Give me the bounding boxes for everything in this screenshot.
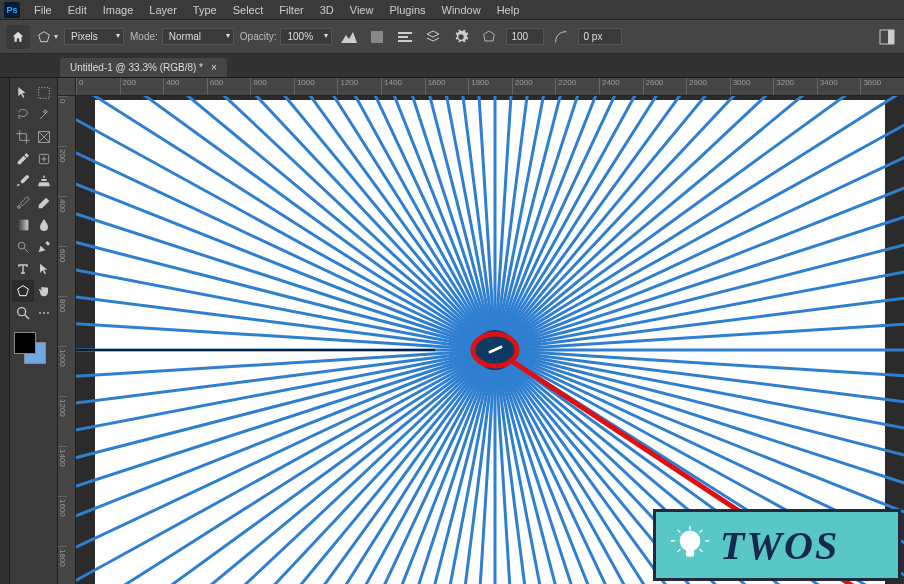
mode-label: Mode: <box>130 31 158 42</box>
spot-heal-tool[interactable] <box>34 148 56 170</box>
svg-rect-2 <box>398 36 408 38</box>
svg-line-23 <box>25 315 29 319</box>
marquee-tool[interactable] <box>34 82 56 104</box>
shape-preset-dropdown[interactable]: ▾ <box>36 26 58 48</box>
menu-help[interactable]: Help <box>489 2 528 18</box>
ruler-tick: 800 <box>58 296 67 346</box>
blur-tool[interactable] <box>34 214 56 236</box>
ruler-tick: 1600 <box>425 78 469 95</box>
align-icon <box>397 30 413 44</box>
ruler-tick: 2800 <box>686 78 730 95</box>
gear-icon[interactable] <box>450 26 472 48</box>
ruler-tick: 1200 <box>337 78 381 95</box>
svg-line-82 <box>76 96 495 350</box>
path-selection-tool[interactable] <box>34 258 56 280</box>
crop-tool[interactable] <box>12 126 34 148</box>
edit-toolbar-button[interactable]: ⋯ <box>34 302 56 324</box>
svg-line-81 <box>76 96 495 350</box>
menu-edit[interactable]: Edit <box>60 2 95 18</box>
document-tab[interactable]: Untitled-1 @ 33.3% (RGB/8) * × <box>60 58 227 77</box>
dodge-tool[interactable] <box>12 236 34 258</box>
menu-filter[interactable]: Filter <box>271 2 311 18</box>
document-tab-title: Untitled-1 @ 33.3% (RGB/8) * <box>70 62 203 73</box>
zoom-tool[interactable] <box>12 302 34 324</box>
svg-line-135 <box>678 549 681 552</box>
path-options-icon[interactable] <box>422 26 444 48</box>
color-swatches[interactable] <box>12 332 52 372</box>
svg-line-136 <box>700 549 703 552</box>
ruler-tick: 600 <box>207 78 251 95</box>
ruler-tick: 200 <box>120 78 164 95</box>
ruler-origin[interactable] <box>58 78 76 96</box>
mode-dropdown[interactable]: Normal <box>162 28 234 45</box>
frame-tool[interactable] <box>34 126 56 148</box>
menu-window[interactable]: Window <box>434 2 489 18</box>
menu-plugins[interactable]: Plugins <box>381 2 433 18</box>
units-dropdown[interactable]: Pixels <box>64 28 124 45</box>
magic-wand-tool[interactable] <box>34 104 56 126</box>
svg-line-86 <box>76 96 495 350</box>
svg-rect-1 <box>398 32 412 34</box>
svg-line-69 <box>76 350 495 566</box>
gradient-tool[interactable] <box>12 214 34 236</box>
menu-view[interactable]: View <box>342 2 382 18</box>
watermark-brand-text: TWOS <box>720 522 839 569</box>
brush-tool[interactable] <box>12 170 34 192</box>
ruler-tick: 3600 <box>860 78 904 95</box>
workspace-switcher-icon[interactable] <box>876 26 898 48</box>
align-edges-icon[interactable] <box>394 26 416 48</box>
polygon-tool[interactable] <box>12 280 34 302</box>
hand-tool[interactable] <box>34 280 56 302</box>
eraser-tool[interactable] <box>34 192 56 214</box>
ruler-tick: 400 <box>163 78 207 95</box>
menu-select[interactable]: Select <box>225 2 272 18</box>
ruler-tick: 400 <box>58 196 67 246</box>
history-brush-tool[interactable] <box>12 192 34 214</box>
menu-type[interactable]: Type <box>185 2 225 18</box>
type-tool[interactable] <box>12 258 34 280</box>
ruler-tick: 800 <box>250 78 294 95</box>
vertical-ruler[interactable]: 020040060080010001200140016001800 <box>58 96 76 584</box>
svg-rect-9 <box>39 88 50 99</box>
anti-alias-icon[interactable] <box>338 26 360 48</box>
ruler-tick: 2600 <box>643 78 687 95</box>
menu-image[interactable]: Image <box>95 2 142 18</box>
radius-input[interactable] <box>578 28 622 45</box>
opacity-label: Opacity: <box>240 31 277 42</box>
sides-input[interactable] <box>506 28 544 45</box>
fill-pixels-icon[interactable] <box>366 26 388 48</box>
ruler-tick: 1400 <box>381 78 425 95</box>
svg-line-83 <box>76 96 495 350</box>
svg-line-87 <box>76 96 495 350</box>
ruler-tick: 2200 <box>555 78 599 95</box>
clone-stamp-tool[interactable] <box>34 170 56 192</box>
lasso-tool[interactable] <box>12 104 34 126</box>
svg-line-88 <box>76 96 495 350</box>
svg-rect-3 <box>398 40 412 42</box>
eyedropper-tool[interactable] <box>12 148 34 170</box>
close-tab-button[interactable]: × <box>211 62 217 73</box>
menu-layer[interactable]: Layer <box>141 2 185 18</box>
ruler-tick: 3000 <box>730 78 774 95</box>
menu-bar: Ps File Edit Image Layer Type Select Fil… <box>0 0 904 20</box>
move-tool[interactable] <box>12 82 34 104</box>
ruler-tick: 3400 <box>817 78 861 95</box>
svg-line-79 <box>76 134 495 350</box>
menu-3d[interactable]: 3D <box>312 2 342 18</box>
photoshop-logo-icon: Ps <box>4 2 20 18</box>
watermark-badge: TWOS <box>653 509 901 581</box>
foreground-color[interactable] <box>14 332 36 354</box>
svg-line-133 <box>678 530 681 533</box>
svg-line-134 <box>700 530 703 533</box>
opacity-dropdown[interactable]: 100% <box>280 28 332 45</box>
ruler-tick: 2000 <box>512 78 556 95</box>
svg-line-80 <box>76 96 495 350</box>
home-button[interactable] <box>6 25 30 49</box>
pen-tool[interactable] <box>34 236 56 258</box>
tool-palette: ⋯ <box>10 78 58 584</box>
horizontal-ruler[interactable]: 0200400600800100012001400160018002000220… <box>76 78 904 96</box>
lightbulb-icon <box>668 523 712 567</box>
menu-file[interactable]: File <box>26 2 60 18</box>
collapsed-left-panel[interactable] <box>0 78 10 584</box>
svg-marker-4 <box>427 31 439 37</box>
